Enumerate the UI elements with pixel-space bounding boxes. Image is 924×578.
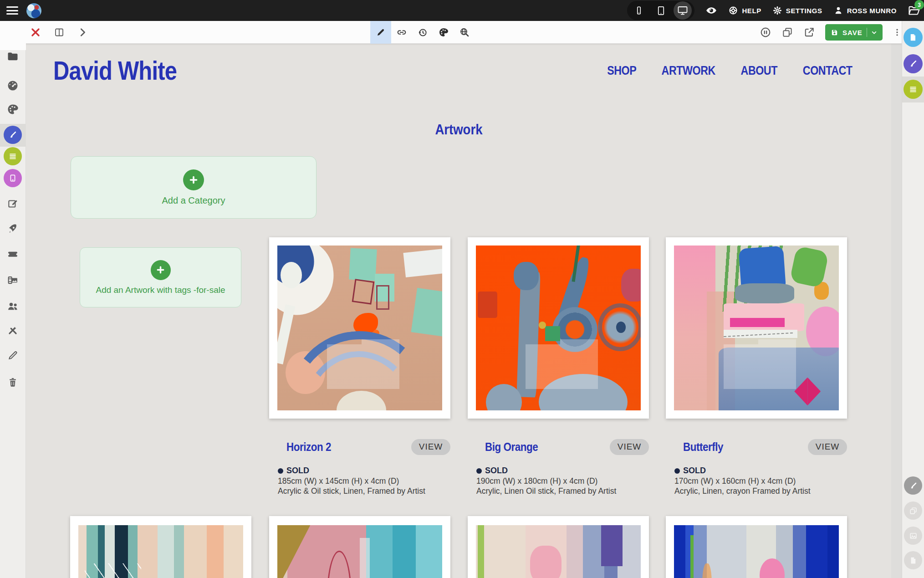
artwork-materials: Acrylic & Oil stick, Linen, Framed by Ar… bbox=[269, 487, 450, 496]
rocket-icon[interactable] bbox=[7, 223, 19, 235]
add-artwork-label: Add an Artwork with tags -for-sale bbox=[96, 285, 225, 295]
sold-dot-icon bbox=[278, 468, 283, 474]
artwork-card-horizon-2[interactable]: Horizon 2 VIEW SOLD 185cm (W) x 145cm (H… bbox=[269, 237, 450, 496]
nav-item-shop[interactable]: SHOP bbox=[607, 64, 636, 78]
artwork-image[interactable] bbox=[674, 525, 839, 578]
page-heading[interactable]: Artwork bbox=[26, 121, 891, 138]
site-nav: SHOP ARTWORK ABOUT CONTACT bbox=[605, 64, 856, 78]
artwork-dimensions: 185cm (W) x 145cm (H) x 4cm (D) bbox=[269, 477, 450, 486]
content-list-icon[interactable] bbox=[4, 147, 22, 165]
artwork-image[interactable] bbox=[476, 525, 641, 578]
design-palette-icon[interactable] bbox=[6, 103, 19, 116]
artwork-card[interactable] bbox=[70, 516, 251, 578]
kebab-menu-icon[interactable] bbox=[893, 28, 902, 37]
save-floppy-icon bbox=[831, 29, 838, 36]
save-button[interactable]: SAVE bbox=[825, 24, 883, 41]
files-badge: 3 bbox=[914, 0, 924, 10]
artwork-image[interactable] bbox=[476, 246, 641, 410]
settings-button[interactable]: SETTINGS bbox=[772, 5, 822, 15]
files-button[interactable]: 3 bbox=[908, 4, 920, 17]
artwork-dimensions: 190cm (W) x 180cm (H) x 4cm (D) bbox=[468, 477, 649, 486]
chevron-right-icon[interactable] bbox=[77, 27, 87, 37]
compose-icon[interactable] bbox=[7, 198, 19, 210]
hamburger-menu-icon[interactable] bbox=[6, 6, 18, 15]
copy-pages-icon[interactable] bbox=[904, 501, 922, 520]
artwork-image[interactable] bbox=[674, 246, 839, 410]
folder-icon[interactable] bbox=[6, 50, 19, 63]
add-artwork-button[interactable]: Add an Artwork with tags -for-sale bbox=[80, 247, 241, 307]
pause-icon[interactable] bbox=[760, 26, 771, 38]
artwork-dimensions: 170cm (W) x 160cm (H) x 4cm (D) bbox=[666, 477, 847, 486]
content-list-icon[interactable] bbox=[904, 80, 923, 99]
style-brush-icon[interactable] bbox=[904, 54, 923, 73]
help-button[interactable]: HELP bbox=[728, 5, 761, 15]
page-file-icon[interactable] bbox=[904, 28, 923, 47]
sold-dot-icon bbox=[476, 468, 482, 474]
artwork-title[interactable]: Big Orange bbox=[485, 440, 538, 454]
artwork-card-butterfly[interactable]: Butterfly VIEW SOLD 170cm (W) x 160cm (H… bbox=[666, 237, 847, 496]
nav-item-artwork[interactable]: ARTWORK bbox=[661, 64, 715, 78]
trash-icon[interactable] bbox=[7, 376, 19, 388]
pencil-icon[interactable] bbox=[7, 349, 19, 361]
left-sidebar bbox=[0, 21, 26, 578]
artwork-materials: Acrylic, Linen, crayon Framed by Artist bbox=[666, 487, 847, 496]
artwork-card[interactable] bbox=[468, 516, 649, 578]
artwork-image-frame[interactable] bbox=[269, 237, 450, 419]
user-menu[interactable]: ROSS MUNRO bbox=[833, 5, 897, 15]
duplicate-icon[interactable] bbox=[781, 26, 793, 38]
view-button[interactable]: VIEW bbox=[411, 439, 450, 455]
settings-label: SETTINGS bbox=[786, 7, 822, 15]
artwork-image[interactable] bbox=[277, 246, 442, 410]
site-title[interactable]: David White bbox=[53, 56, 197, 86]
status-badge: SOLD bbox=[269, 466, 450, 476]
split-view-icon[interactable] bbox=[54, 27, 65, 38]
add-category-button[interactable]: Add a Category bbox=[71, 156, 317, 219]
tools-icon[interactable] bbox=[7, 324, 19, 336]
zoom-globe-tool[interactable] bbox=[454, 21, 475, 44]
artwork-card[interactable] bbox=[269, 516, 450, 578]
site-avatar[interactable] bbox=[26, 3, 41, 18]
page-file-icon[interactable] bbox=[904, 551, 922, 569]
artwork-card-big-orange[interactable]: Big Orange VIEW SOLD 190cm (W) x 180cm (… bbox=[468, 237, 649, 496]
save-label: SAVE bbox=[842, 29, 863, 36]
help-lifering-icon bbox=[728, 5, 738, 15]
nav-item-about[interactable]: ABOUT bbox=[741, 64, 777, 78]
design-brush-icon[interactable] bbox=[4, 126, 22, 144]
link-tool[interactable] bbox=[391, 21, 412, 44]
palette-tool[interactable] bbox=[433, 21, 454, 44]
edit-style-brush-icon[interactable] bbox=[904, 476, 922, 495]
save-divider bbox=[867, 28, 867, 37]
edit-pencil-tool[interactable] bbox=[370, 21, 391, 44]
status-badge: SOLD bbox=[666, 466, 847, 476]
ticket-icon[interactable] bbox=[6, 248, 19, 261]
dashboard-gauge-icon[interactable] bbox=[6, 79, 19, 92]
artwork-card[interactable] bbox=[666, 516, 847, 578]
device-preview-icon[interactable] bbox=[4, 169, 22, 187]
artwork-image-frame[interactable] bbox=[468, 237, 649, 419]
preview-eye-icon[interactable] bbox=[705, 5, 717, 16]
plus-icon bbox=[183, 169, 204, 190]
phone-preview-icon[interactable] bbox=[630, 1, 648, 20]
tablet-preview-icon[interactable] bbox=[652, 1, 670, 20]
open-external-icon[interactable] bbox=[803, 26, 815, 38]
artwork-image[interactable] bbox=[277, 525, 442, 578]
user-name: ROSS MUNRO bbox=[847, 7, 897, 15]
artwork-title[interactable]: Horizon 2 bbox=[286, 440, 331, 454]
edit-pencil-icon bbox=[378, 29, 384, 36]
media-gallery-icon[interactable] bbox=[6, 273, 19, 286]
history-tool[interactable] bbox=[412, 21, 433, 44]
device-preview-group bbox=[627, 1, 694, 20]
nav-item-contact[interactable]: CONTACT bbox=[802, 64, 852, 78]
site-preview-canvas: David White SHOP ARTWORK ABOUT CONTACT A… bbox=[26, 44, 891, 578]
view-button[interactable]: VIEW bbox=[610, 439, 649, 455]
artwork-image-frame[interactable] bbox=[666, 237, 847, 419]
view-button[interactable]: VIEW bbox=[808, 439, 847, 455]
artwork-image[interactable] bbox=[78, 525, 243, 578]
help-label: HELP bbox=[742, 7, 761, 15]
close-x-icon[interactable] bbox=[30, 27, 41, 38]
users-icon[interactable] bbox=[6, 300, 19, 312]
desktop-preview-icon[interactable] bbox=[674, 1, 692, 20]
artwork-title[interactable]: Butterfly bbox=[683, 440, 723, 454]
editor-toolbar: SAVE bbox=[0, 21, 902, 44]
image-icon[interactable] bbox=[904, 527, 922, 545]
